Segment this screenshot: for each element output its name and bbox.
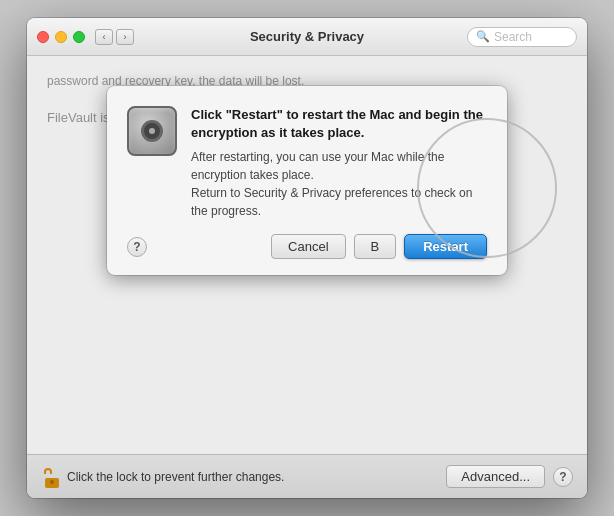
- dialog-help-button[interactable]: ?: [127, 237, 147, 257]
- search-box[interactable]: 🔍 Search: [467, 27, 577, 47]
- nav-buttons: ‹ ›: [95, 29, 134, 45]
- main-content: password and recovery key, the data will…: [27, 56, 587, 454]
- help-button[interactable]: ?: [553, 467, 573, 487]
- help-label: ?: [559, 470, 566, 484]
- back-nav-button[interactable]: ‹: [95, 29, 113, 45]
- filevault-icon-inner: [141, 120, 163, 142]
- search-placeholder: Search: [494, 30, 532, 44]
- restart-button[interactable]: Restart: [404, 234, 487, 259]
- dialog-header: Click "Restart" to restart the Mac and b…: [127, 106, 487, 220]
- main-window: ‹ › Security & Privacy 🔍 Search password…: [27, 18, 587, 498]
- close-button[interactable]: [37, 31, 49, 43]
- window-title: Security & Privacy: [250, 29, 364, 44]
- back-button[interactable]: B: [354, 234, 397, 259]
- dialog-box: Click "Restart" to restart the Mac and b…: [107, 86, 507, 275]
- filevault-icon-center: [149, 128, 155, 134]
- dialog-footer: ? Cancel B Restart: [127, 234, 487, 259]
- search-icon: 🔍: [476, 30, 490, 43]
- filevault-icon: [127, 106, 177, 156]
- dialog-overlay: Click "Restart" to restart the Mac and b…: [27, 56, 587, 454]
- cancel-button[interactable]: Cancel: [271, 234, 345, 259]
- traffic-lights: [37, 31, 85, 43]
- minimize-button[interactable]: [55, 31, 67, 43]
- forward-nav-button[interactable]: ›: [116, 29, 134, 45]
- bottom-bar: Click the lock to prevent further change…: [27, 454, 587, 498]
- lock-label: Click the lock to prevent further change…: [67, 470, 446, 484]
- titlebar: ‹ › Security & Privacy 🔍 Search: [27, 18, 587, 56]
- dialog-text-area: Click "Restart" to restart the Mac and b…: [191, 106, 487, 220]
- dialog-title: Click "Restart" to restart the Mac and b…: [191, 106, 487, 142]
- dialog-help-label: ?: [133, 240, 140, 254]
- advanced-button[interactable]: Advanced...: [446, 465, 545, 488]
- lock-icon[interactable]: [41, 466, 59, 488]
- dialog-body-line2: Return to Security & Privacy preferences…: [191, 184, 487, 220]
- maximize-button[interactable]: [73, 31, 85, 43]
- dialog-body-line1: After restarting, you can use your Mac w…: [191, 148, 487, 184]
